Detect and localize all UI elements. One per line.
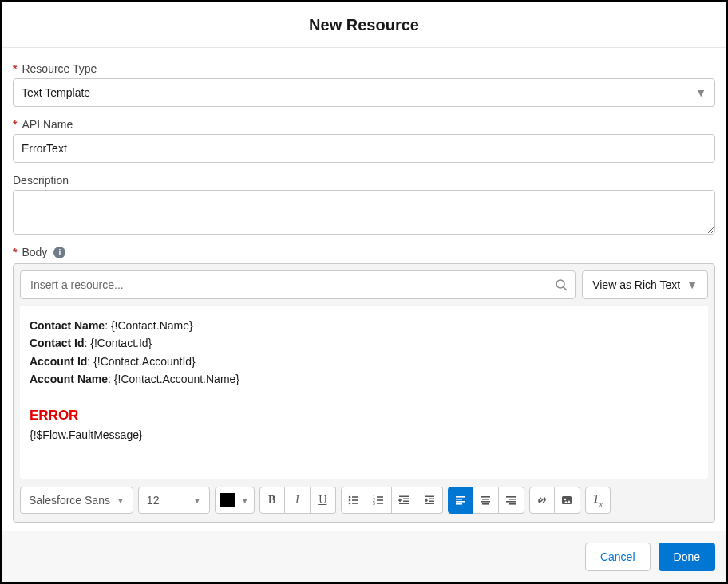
align-left-button[interactable] (448, 487, 473, 514)
svg-rect-19 (429, 499, 434, 500)
svg-point-2 (348, 496, 350, 499)
chevron-down-icon: ▼ (695, 86, 706, 99)
chevron-down-icon: ▼ (117, 496, 125, 505)
svg-rect-23 (456, 499, 462, 500)
text-style-group: B I U (259, 487, 336, 514)
svg-rect-13 (377, 503, 383, 504)
body-label: Body (22, 246, 47, 258)
bulleted-list-icon (347, 494, 360, 507)
align-center-button[interactable] (473, 487, 499, 514)
rich-text-editor[interactable]: Contact Name: {!Contact.Name} Contact Id… (20, 306, 708, 479)
svg-rect-3 (352, 496, 358, 498)
svg-rect-21 (425, 503, 434, 505)
resource-type-value: Text Template (22, 86, 90, 99)
numbered-list-icon: 123 (372, 494, 385, 507)
svg-rect-30 (506, 496, 516, 498)
svg-rect-5 (352, 499, 358, 501)
insert-group (529, 487, 580, 514)
svg-rect-28 (481, 501, 490, 503)
svg-line-1 (564, 287, 567, 290)
modal-header: New Resource (2, 2, 726, 48)
resource-type-label: Resource Type (22, 62, 97, 75)
align-right-button[interactable] (499, 487, 524, 514)
align-right-icon (504, 494, 517, 507)
required-marker: * (13, 62, 17, 75)
api-name-field: * API Name (13, 118, 715, 163)
align-center-icon (479, 494, 492, 507)
modal-title: New Resource (2, 16, 726, 34)
indent-button[interactable] (417, 487, 443, 514)
font-family-select[interactable]: Salesforce Sans ▼ (20, 487, 133, 514)
svg-rect-26 (481, 496, 490, 498)
svg-rect-24 (456, 501, 465, 503)
editor-toolbar: Salesforce Sans ▼ 12 ▼ ▼ B I U (14, 479, 714, 522)
body-field: * Body i View as Rich Text ▼ (13, 246, 715, 523)
numbered-list-button[interactable]: 123 (366, 487, 392, 514)
view-mode-value: View as Rich Text (592, 278, 680, 291)
image-button[interactable] (555, 487, 580, 514)
api-name-label: API Name (22, 118, 73, 131)
outdent-icon (398, 494, 410, 507)
error-expression: {!$Flow.FaultMessage} (30, 426, 698, 444)
api-name-input[interactable] (13, 134, 715, 163)
description-textarea[interactable] (13, 190, 715, 235)
svg-rect-15 (403, 499, 409, 500)
bold-button[interactable]: B (259, 487, 285, 514)
chevron-down-icon: ▼ (241, 496, 249, 505)
italic-icon: I (295, 494, 299, 507)
svg-rect-7 (352, 503, 358, 504)
svg-point-6 (348, 503, 350, 505)
chevron-down-icon: ▼ (686, 278, 698, 291)
underline-icon: U (318, 494, 326, 507)
color-swatch (220, 493, 235, 507)
svg-point-35 (564, 499, 566, 500)
done-button[interactable]: Done (659, 543, 715, 571)
body-top-bar: View as Rich Text ▼ (14, 264, 714, 306)
underline-button[interactable]: U (311, 487, 336, 514)
required-marker: * (13, 118, 17, 131)
svg-rect-20 (429, 501, 434, 503)
resource-search-wrap (20, 270, 576, 299)
list-indent-group: 123 (341, 487, 443, 514)
svg-rect-14 (399, 496, 409, 498)
svg-text:3: 3 (373, 501, 375, 506)
link-button[interactable] (529, 487, 555, 514)
outdent-button[interactable] (392, 487, 417, 514)
font-size-select[interactable]: 12 ▼ (138, 487, 210, 514)
view-mode-select[interactable]: View as Rich Text ▼ (582, 270, 708, 299)
svg-rect-25 (456, 503, 462, 505)
clear-formatting-icon: Tx (593, 493, 603, 507)
text-color-picker[interactable]: ▼ (215, 487, 255, 514)
modal-body: * Resource Type Text Template ▼ * API Na… (2, 48, 726, 531)
body-editor-container: View as Rich Text ▼ Contact Name: {!Cont… (13, 263, 715, 523)
alignment-group (448, 487, 524, 514)
new-resource-modal: New Resource * Resource Type Text Templa… (0, 0, 728, 584)
info-icon[interactable]: i (53, 247, 65, 258)
svg-rect-17 (399, 503, 409, 505)
svg-rect-18 (425, 496, 434, 498)
indent-icon (423, 494, 436, 507)
svg-rect-29 (482, 503, 489, 505)
svg-rect-31 (509, 499, 516, 500)
resource-type-select[interactable]: Text Template ▼ (13, 78, 715, 107)
svg-rect-22 (456, 496, 465, 498)
insert-resource-input[interactable] (20, 270, 576, 299)
clear-formatting-button[interactable]: Tx (585, 487, 611, 514)
svg-rect-33 (509, 503, 516, 505)
description-label: Description (13, 174, 69, 187)
svg-rect-27 (482, 499, 489, 500)
bulleted-list-button[interactable] (341, 487, 366, 514)
svg-rect-9 (377, 496, 383, 498)
resource-type-field: * Resource Type Text Template ▼ (13, 62, 715, 107)
link-icon (536, 494, 548, 507)
svg-rect-16 (403, 501, 409, 503)
svg-point-4 (348, 499, 350, 502)
cancel-button[interactable]: Cancel (585, 543, 651, 571)
modal-footer: Cancel Done (2, 531, 726, 582)
align-left-icon (454, 494, 467, 507)
chevron-down-icon: ▼ (193, 496, 201, 505)
svg-rect-32 (506, 501, 516, 503)
bold-icon: B (268, 494, 275, 507)
italic-button[interactable]: I (285, 487, 311, 514)
error-heading: ERROR (30, 404, 698, 426)
